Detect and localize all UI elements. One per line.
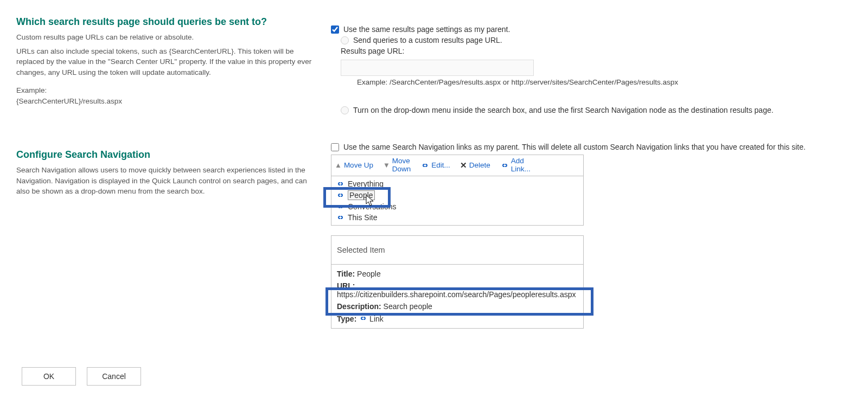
delete-button[interactable]: ✕ Delete (460, 161, 490, 170)
section1-example-value: {SearchCenterURL}/results.aspx (16, 96, 320, 107)
section1-desc2: URLs can also include special tokens, su… (16, 46, 320, 78)
link-icon (500, 161, 509, 170)
link-icon (336, 202, 344, 211)
selected-item-panel: Selected Item Title: People URL: https:/… (331, 235, 584, 329)
selected-type-row: Type: Link (331, 312, 583, 325)
arrow-down-icon: ▼ (383, 162, 390, 169)
nav-item-label: This Site (348, 213, 377, 222)
link-icon (336, 191, 344, 200)
custom-url-label: Send queries to a custom results page UR… (353, 36, 502, 44)
selected-title-row: Title: People (331, 268, 583, 280)
link-icon (359, 314, 367, 323)
edit-button[interactable]: Edit... (420, 161, 450, 170)
nav-list: Everything People Conversations This Sit… (331, 176, 584, 226)
same-parent-checkbox[interactable] (331, 25, 339, 34)
ok-button[interactable]: OK (22, 367, 76, 386)
same-nav-parent-label: Use the same Search Navigation links as … (343, 143, 806, 151)
link-icon (336, 179, 344, 188)
section1-heading: Which search results page should queries… (16, 16, 320, 28)
nav-item-label: People (348, 190, 375, 200)
nav-toolbar: ▲ Move Up ▼ MoveDown Edit... ✕ Delete (331, 155, 584, 176)
section2-heading: Configure Search Navigation (16, 149, 320, 161)
arrow-up-icon: ▲ (335, 162, 342, 169)
nav-item-this-site[interactable]: This Site (331, 212, 583, 223)
custom-url-radio[interactable] (341, 36, 349, 44)
move-down-button[interactable]: ▼ MoveDown (383, 157, 411, 174)
selected-item-header: Selected Item (331, 236, 583, 265)
same-parent-label: Use the same results page settings as my… (343, 25, 510, 34)
same-nav-parent-checkbox[interactable] (331, 143, 339, 151)
results-url-label: Results page URL: (341, 47, 405, 55)
link-icon (420, 161, 429, 170)
move-up-button[interactable]: ▲ Move Up (335, 161, 373, 169)
nav-item-people[interactable]: People (331, 189, 583, 201)
results-url-example: Example: /SearchCenter/Pages/results.asp… (357, 78, 852, 86)
nav-item-conversations[interactable]: Conversations (331, 201, 583, 212)
section1-desc1: Custom results page URLs can be relative… (16, 32, 320, 43)
selected-description-row: Description: Search people (331, 300, 583, 312)
link-icon (336, 213, 344, 222)
section1-example-label: Example: (16, 85, 320, 96)
nav-item-label: Everything (348, 179, 384, 188)
cancel-button[interactable]: Cancel (87, 367, 141, 386)
selected-url-row: URL: https://citizenbuilders.sharepoint.… (331, 280, 583, 300)
dropdown-radio[interactable] (341, 106, 349, 114)
dropdown-label: Turn on the drop-down menu inside the se… (353, 106, 774, 114)
nav-item-label: Conversations (348, 202, 397, 211)
results-url-input[interactable] (341, 60, 534, 76)
add-link-button[interactable]: AddLink... (500, 157, 531, 174)
nav-item-everything[interactable]: Everything (331, 178, 583, 189)
close-icon: ✕ (460, 161, 467, 170)
section2-desc: Search Navigation allows users to move q… (16, 165, 320, 197)
